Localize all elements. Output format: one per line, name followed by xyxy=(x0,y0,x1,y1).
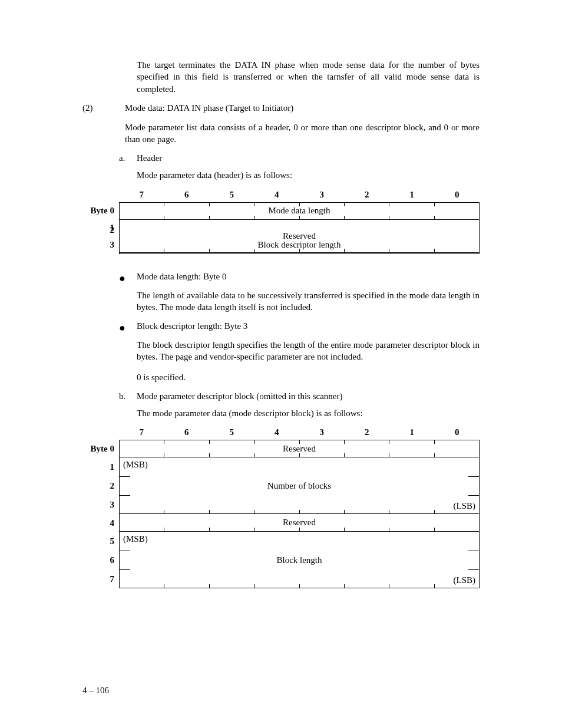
section-2: (2) Mode data: DATA IN phase (Target to … xyxy=(82,103,480,113)
cell-text: Block descriptor length xyxy=(258,240,341,250)
section-title: Mode data: DATA IN phase (Target to Init… xyxy=(125,103,480,113)
bullet-title: Mode data length: Byte 0 xyxy=(137,272,480,284)
table-row: Reserved xyxy=(119,514,480,532)
table-row: (MSB) xyxy=(119,457,480,476)
bit-col: 1 xyxy=(389,190,435,200)
cell-text: Reserved xyxy=(283,444,316,454)
page-number: 4 – 106 xyxy=(82,686,109,696)
bullet-icon: ● xyxy=(119,272,137,284)
sub-b-paragraph: The mode parameter data (mode descriptor… xyxy=(137,407,480,419)
bit-col: 5 xyxy=(209,190,254,200)
byte-label: 3 xyxy=(82,236,119,254)
cell-text: Mode data length xyxy=(269,206,330,216)
bullet-paragraph: 0 is specified. xyxy=(137,371,480,383)
sub-a-paragraph: Mode parameter data (header) is as follo… xyxy=(137,169,480,181)
sub-b-num: b. xyxy=(119,391,137,401)
bullet-item: ● Mode data length: Byte 0 xyxy=(119,272,480,284)
table-row: (LSB) xyxy=(119,569,480,588)
lsb-label: (LSB) xyxy=(454,575,476,585)
page: The target terminates the DATA IN phase … xyxy=(0,0,562,728)
bullet-icon: ● xyxy=(119,321,137,333)
intro-paragraph: The target terminates the DATA IN phase … xyxy=(137,59,480,95)
bit-col: 4 xyxy=(254,190,300,200)
bit-col: 2 xyxy=(345,190,390,200)
bit-col: 6 xyxy=(164,190,210,200)
byte-label: 6 xyxy=(82,551,119,569)
bullet-paragraph: The length of available data to be succe… xyxy=(137,289,480,314)
bit-col: 3 xyxy=(299,427,345,437)
bit-col: 5 xyxy=(209,427,254,437)
cell-text: Number of blocks xyxy=(267,481,331,491)
byte-label: 4 xyxy=(82,514,119,532)
subsection-b: b. Mode parameter descriptor block (omit… xyxy=(119,391,480,401)
table-row: Number of blocks xyxy=(119,476,480,495)
byte-label: 7 xyxy=(82,569,119,588)
bit-col: 4 xyxy=(254,427,300,437)
bullet-item: ● Block descriptor length: Byte 3 xyxy=(119,321,480,333)
sub-a-title: Header xyxy=(137,153,480,163)
table-row: (LSB) xyxy=(119,495,480,514)
table-row: Mode data length xyxy=(119,202,480,220)
table-row: (MSB) xyxy=(119,532,480,551)
header-table: 7 6 5 4 3 2 1 0 Byte 0 Mode data length xyxy=(82,190,480,254)
bit-col: 0 xyxy=(435,190,480,200)
bit-col: 6 xyxy=(164,427,210,437)
sub-a-num: a. xyxy=(119,153,137,163)
bullet-title: Block descriptor length: Byte 3 xyxy=(137,321,480,333)
cell-text: Block length xyxy=(276,555,322,565)
subsection-a: a. Header xyxy=(119,153,480,163)
byte-label: Byte 0 xyxy=(82,440,119,457)
byte-label: 1 xyxy=(82,457,119,476)
table-row: Block length xyxy=(119,551,480,569)
bit-col: 3 xyxy=(299,190,345,200)
byte-label: 2 xyxy=(82,220,119,236)
byte-label: 5 xyxy=(82,532,119,551)
bit-col: 7 xyxy=(119,190,164,200)
msb-label: (MSB) xyxy=(123,460,148,470)
bit-col: 1 xyxy=(389,427,435,437)
msb-label: (MSB) xyxy=(123,534,148,544)
byte-label: 3 xyxy=(82,495,119,514)
sub-b-title: Mode parameter descriptor block (omitted… xyxy=(137,391,480,401)
table-row: Block descriptor length xyxy=(119,236,480,254)
cell-text: Reserved xyxy=(283,518,316,528)
byte-label: Byte 0 xyxy=(82,202,119,220)
bit-col: 2 xyxy=(345,427,390,437)
bullet-paragraph: The block descriptor length specifies th… xyxy=(137,339,480,363)
section-number: (2) xyxy=(82,103,125,113)
table-row: Reserved xyxy=(119,440,480,457)
section-2-paragraph: Mode parameter list data consists of a h… xyxy=(125,121,480,146)
bit-col: 0 xyxy=(435,427,480,437)
lsb-label: (LSB) xyxy=(454,501,476,511)
byte-label: 2 xyxy=(82,476,119,495)
bit-col: 7 xyxy=(119,427,164,437)
descriptor-table: 7 6 5 4 3 2 1 0 Byte 0 Reserved xyxy=(82,427,480,588)
